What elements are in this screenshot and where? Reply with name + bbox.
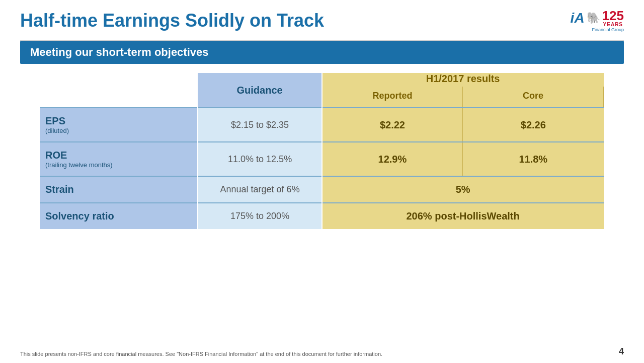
row-label-main: EPS — [45, 115, 192, 127]
logo-years: 125 YEARS — [602, 9, 624, 27]
logo-years-text: YEARS — [603, 22, 623, 27]
span-results-cell: 206% post-HollisWealth — [322, 203, 604, 229]
guidance-cell: Annual target of 6% — [198, 176, 321, 203]
footer-note: This slide presents non-IFRS and core fi… — [20, 351, 382, 357]
reported-cell: 12.9% — [322, 142, 463, 176]
subtitle-text: Meeting our short-term objectives — [30, 46, 209, 58]
main-table: Guidance H1/2017 results Reported Core E… — [40, 73, 604, 229]
page-footer: This slide presents non-IFRS and core fi… — [0, 346, 644, 357]
subheader-row: Reported Core — [40, 87, 604, 108]
empty-header-cell — [40, 73, 198, 87]
core-cell: $2.26 — [463, 108, 604, 142]
guidance-cell: 175% to 200% — [198, 203, 321, 229]
subtitle-bar: Meeting our short-term objectives — [20, 41, 624, 64]
logo-fg: Financial Group — [592, 27, 624, 32]
table-row: EPS(diluted)$2.15 to $2.35$2.22$2.26 — [40, 108, 604, 142]
logo-ia: iA — [571, 10, 585, 26]
row-label-main: ROE — [45, 150, 192, 161]
page-header: Half-time Earnings Solidly on Track iA 🐘… — [0, 0, 644, 37]
core-subheader: Core — [463, 87, 604, 108]
guidance-header-text: Guidance — [237, 85, 283, 96]
guidance-cell: 11.0% to 12.5% — [198, 142, 321, 176]
row-label-main: Strain — [45, 184, 192, 195]
row-label-sub: (trailing twelve months) — [45, 161, 192, 169]
table-row: Solvency ratio175% to 200%206% post-Holl… — [40, 203, 604, 229]
core-cell: 11.8% — [463, 142, 604, 176]
page-number: 4 — [619, 346, 624, 357]
reported-cell: $2.22 — [322, 108, 463, 142]
span-results-cell: 5% — [322, 176, 604, 203]
table-container: Guidance H1/2017 results Reported Core E… — [40, 73, 604, 229]
table-row: StrainAnnual target of 6%5% — [40, 176, 604, 203]
logo-elephant: 🐘 — [587, 12, 600, 25]
table-body: EPS(diluted)$2.15 to $2.35$2.22$2.26ROE(… — [40, 108, 604, 229]
h1-results-title: H1/2017 results — [323, 73, 604, 85]
empty-sub-cell — [40, 87, 198, 108]
guidance-header: Guidance — [198, 73, 321, 108]
main-title: Half-time Earnings Solidly on Track — [20, 10, 324, 31]
reported-subheader: Reported — [322, 87, 463, 108]
table-row: ROE(trailing twelve months)11.0% to 12.5… — [40, 142, 604, 176]
guidance-cell: $2.15 to $2.35 — [198, 108, 321, 142]
row-label-sub: (diluted) — [45, 127, 192, 134]
header-row-top: Guidance H1/2017 results — [40, 73, 604, 87]
logo-area: iA 🐘 125 YEARS Financial Group — [571, 9, 624, 32]
h1-results-header: H1/2017 results — [322, 73, 604, 87]
row-label-main: Solvency ratio — [45, 210, 192, 222]
logo-years-num: 125 — [602, 9, 624, 22]
